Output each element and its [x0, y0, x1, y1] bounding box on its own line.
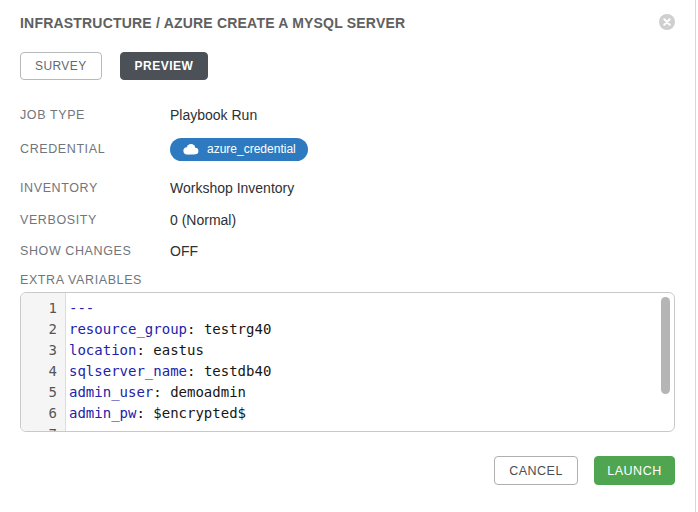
cancel-button[interactable]: CANCEL — [494, 456, 578, 485]
line-number: 3 — [21, 340, 65, 361]
job-type-row: JOB TYPE Playbook Run — [20, 105, 675, 125]
job-type-label: JOB TYPE — [20, 108, 170, 122]
code-text — [65, 424, 69, 432]
job-type-value: Playbook Run — [170, 107, 257, 123]
verbosity-row: VERBOSITY 0 (Normal) — [20, 209, 675, 230]
extra-variables-label: EXTRA VARIABLES — [20, 273, 675, 287]
code-text: resource_group: testrg40 — [65, 319, 271, 340]
code-line: 6 admin_pw: $encrypted$ — [21, 403, 674, 424]
launch-preview-modal: INFRASTRUCTURE / AZURE CREATE A MYSQL SE… — [0, 0, 698, 512]
verbosity-value: 0 (Normal) — [170, 212, 236, 228]
inventory-row: INVENTORY Workshop Inventory — [20, 178, 675, 198]
credential-label: CREDENTIAL — [20, 142, 170, 156]
code-text: --- — [65, 298, 94, 319]
inventory-value: Workshop Inventory — [170, 180, 294, 196]
modal-content: INFRASTRUCTURE / AZURE CREATE A MYSQL SE… — [0, 0, 698, 485]
job-details: JOB TYPE Playbook Run CREDENTIAL azure_c… — [20, 105, 675, 261]
code-line: 4 sqlserver_name: testdb40 — [21, 361, 674, 382]
line-number: 1 — [21, 298, 65, 319]
verbosity-label: VERBOSITY — [20, 213, 170, 227]
code-lines: 1 --- 2 resource_group: testrg40 3 locat… — [21, 293, 674, 432]
tab-bar: SURVEY PREVIEW — [20, 52, 675, 80]
credential-name: azure_credential — [207, 142, 296, 156]
credential-row: CREDENTIAL azure_credential — [20, 137, 675, 161]
editor-scrollbar[interactable] — [661, 297, 670, 394]
modal-header: INFRASTRUCTURE / AZURE CREATE A MYSQL SE… — [20, 0, 675, 31]
cloud-icon — [182, 143, 199, 155]
modal-footer: CANCEL LAUNCH — [20, 456, 675, 485]
tab-preview[interactable]: PREVIEW — [120, 52, 209, 80]
code-line: 2 resource_group: testrg40 — [21, 319, 674, 340]
modal-right-border — [695, 0, 696, 512]
show-changes-value: OFF — [170, 243, 198, 259]
launch-button[interactable]: LAUNCH — [594, 456, 675, 485]
extra-variables-editor[interactable]: 1 --- 2 resource_group: testrg40 3 locat… — [20, 292, 675, 432]
line-number: 2 — [21, 319, 65, 340]
code-line: 5 admin_user: demoadmin — [21, 382, 674, 403]
line-number: 5 — [21, 382, 65, 403]
code-text: admin_pw: $encrypted$ — [65, 403, 246, 424]
inventory-label: INVENTORY — [20, 181, 170, 195]
line-number: 6 — [21, 403, 65, 424]
code-text: sqlserver_name: testdb40 — [65, 361, 271, 382]
code-line: 1 --- — [21, 298, 674, 319]
tab-survey[interactable]: SURVEY — [20, 52, 102, 80]
code-text: location: eastus — [65, 340, 204, 361]
code-text: admin_user: demoadmin — [65, 382, 246, 403]
line-number: 7 — [21, 424, 65, 432]
credential-badge[interactable]: azure_credential — [170, 138, 308, 161]
page-title: INFRASTRUCTURE / AZURE CREATE A MYSQL SE… — [20, 15, 405, 31]
show-changes-label: SHOW CHANGES — [20, 244, 170, 258]
show-changes-row: SHOW CHANGES OFF — [20, 240, 675, 261]
code-line: 7 — [21, 424, 674, 432]
code-line: 3 location: eastus — [21, 340, 674, 361]
line-number: 4 — [21, 361, 65, 382]
close-icon[interactable] — [659, 14, 675, 30]
